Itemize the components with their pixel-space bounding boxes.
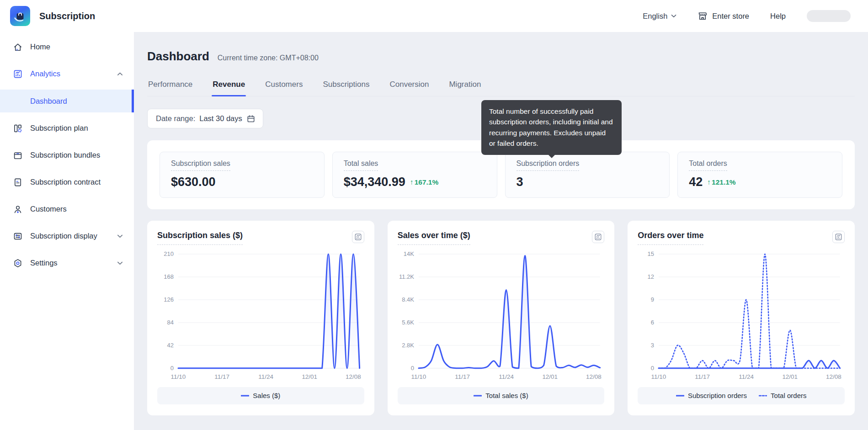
sidebar-item-customers[interactable]: Customers <box>0 198 134 220</box>
svg-text:3: 3 <box>651 342 654 349</box>
stat-delta: ↑121.1% <box>707 178 735 186</box>
chart-card-sales-over-time: Sales over time ($) 02.8K5.6K8.4K11.2K14… <box>388 221 615 415</box>
tab-conversion[interactable]: Conversion <box>389 74 430 96</box>
stat-label[interactable]: Total sales <box>344 159 378 171</box>
chart-title: Subscription sales ($) <box>157 231 243 245</box>
analytics-icon <box>13 69 23 79</box>
charts-row: Subscription sales ($) 0428412616821011/… <box>147 221 855 415</box>
svg-text:12: 12 <box>648 273 654 280</box>
sidebar-item-subscription-bundles[interactable]: Subscription bundles <box>0 144 134 166</box>
svg-text:12/08: 12/08 <box>586 373 602 380</box>
storefront-icon <box>698 11 708 21</box>
svg-text:0: 0 <box>170 365 174 372</box>
svg-text:11/10: 11/10 <box>171 373 186 380</box>
stat-card-total-sales: Total sales $34,340.99 ↑167.1% <box>332 152 497 198</box>
tab-revenue[interactable]: Revenue <box>212 74 246 96</box>
svg-text:11/10: 11/10 <box>651 373 666 380</box>
svg-text:11/24: 11/24 <box>258 373 273 380</box>
svg-text:84: 84 <box>167 319 174 326</box>
stat-delta: ↑167.1% <box>410 178 438 186</box>
up-arrow-icon: ↑ <box>707 178 711 186</box>
shopping-bag-icon <box>14 10 27 22</box>
chart-legend: Sales ($) <box>157 387 364 404</box>
sidebar-item-settings[interactable]: Settings <box>0 252 134 274</box>
stat-label[interactable]: Subscription orders <box>517 159 580 171</box>
tab-customers[interactable]: Customers <box>264 74 304 96</box>
subscription-sales-chart: 0428412616821011/1011/1711/2412/0112/08 <box>157 249 364 381</box>
chevron-down-icon <box>117 261 123 265</box>
sidebar-item-home[interactable]: Home <box>0 36 134 58</box>
svg-text:0: 0 <box>410 365 414 372</box>
subscription-contract-icon <box>13 177 23 187</box>
svg-text:9: 9 <box>651 296 654 303</box>
svg-text:210: 210 <box>164 250 174 257</box>
chevron-down-icon <box>117 234 123 238</box>
orders-over-time-chart: 0369121511/1011/1711/2412/0112/08 <box>638 249 845 381</box>
chart-title: Orders over time <box>638 231 703 245</box>
subscription-bundles-icon <box>13 150 23 160</box>
tab-performance[interactable]: Performance <box>147 74 193 96</box>
svg-text:12/01: 12/01 <box>302 373 317 380</box>
sidebar-item-subscription-display[interactable]: Subscription display <box>0 225 134 247</box>
line-chart-icon <box>595 234 602 240</box>
language-selector[interactable]: English <box>643 12 676 21</box>
svg-text:2.8K: 2.8K <box>402 342 414 349</box>
sidebar-item-analytics[interactable]: Analytics <box>0 63 134 85</box>
sidebar-item-dashboard[interactable]: Dashboard <box>0 90 134 112</box>
main-content: Dashboard Current time zone: GMT+08:00 P… <box>134 32 868 430</box>
subscription-orders-tooltip: Total number of successfully paid subscr… <box>481 100 622 155</box>
stat-card-subscription-orders: Subscription orders 3 <box>505 152 670 198</box>
svg-text:5.6K: 5.6K <box>402 319 414 326</box>
report-chart-button[interactable] <box>352 231 364 243</box>
svg-text:15: 15 <box>648 250 654 257</box>
chart-title: Sales over time ($) <box>398 231 470 245</box>
timezone-note: Current time zone: GMT+08:00 <box>218 54 319 62</box>
svg-text:12/08: 12/08 <box>346 373 361 380</box>
sidebar: Home Analytics Dashboard Subscription pl… <box>0 32 134 430</box>
svg-text:11/24: 11/24 <box>739 373 754 380</box>
settings-gear-icon <box>13 258 23 268</box>
help-link[interactable]: Help <box>770 12 786 21</box>
subscription-plan-icon <box>13 123 23 133</box>
stat-value: $630.00 <box>171 175 216 189</box>
report-chart-button[interactable] <box>832 231 845 243</box>
tab-migration[interactable]: Migration <box>448 74 482 96</box>
chart-legend: Subscription orders Total orders <box>638 387 845 404</box>
line-chart-icon <box>835 234 842 240</box>
sidebar-item-subscription-contract[interactable]: Subscription contract <box>0 171 134 193</box>
legend-line-solid <box>676 394 684 397</box>
legend-line-dashed <box>759 394 767 397</box>
app-logo <box>10 6 30 26</box>
customers-icon <box>13 204 23 214</box>
svg-text:11/24: 11/24 <box>499 373 514 380</box>
svg-text:0: 0 <box>651 365 654 372</box>
tab-subscriptions[interactable]: Subscriptions <box>322 74 370 96</box>
report-chart-button[interactable] <box>592 231 604 243</box>
date-range-picker[interactable]: Date range: Last 30 days <box>147 109 263 128</box>
svg-text:42: 42 <box>167 342 174 349</box>
svg-text:11/17: 11/17 <box>455 373 470 380</box>
stat-label[interactable]: Total orders <box>689 159 727 171</box>
svg-text:8.4K: 8.4K <box>402 296 414 303</box>
enter-store-button[interactable]: Enter store <box>698 11 749 21</box>
svg-text:6: 6 <box>651 319 654 326</box>
svg-text:11/10: 11/10 <box>411 373 426 380</box>
stat-value: $34,340.99 <box>344 175 405 189</box>
svg-text:126: 126 <box>164 296 174 303</box>
chevron-up-icon <box>117 72 123 76</box>
svg-text:11/17: 11/17 <box>695 373 710 380</box>
chart-card-subscription-sales: Subscription sales ($) 0428412616821011/… <box>147 221 374 415</box>
subscription-display-icon <box>13 231 23 241</box>
chart-card-orders-over-time: Orders over time 0369121511/1011/1711/24… <box>628 221 855 415</box>
header-actions: English Enter store Help <box>643 10 851 22</box>
stat-value: 42 <box>689 175 703 189</box>
chevron-down-icon <box>671 14 676 18</box>
sidebar-item-subscription-plan[interactable]: Subscription plan <box>0 117 134 139</box>
store-name-redacted[interactable] <box>807 10 851 22</box>
stat-label[interactable]: Subscription sales <box>171 159 230 171</box>
stat-value: 3 <box>517 175 523 189</box>
svg-text:12/01: 12/01 <box>542 373 558 380</box>
svg-text:11/17: 11/17 <box>214 373 229 380</box>
svg-text:14K: 14K <box>404 250 414 257</box>
up-arrow-icon: ↑ <box>410 178 414 186</box>
